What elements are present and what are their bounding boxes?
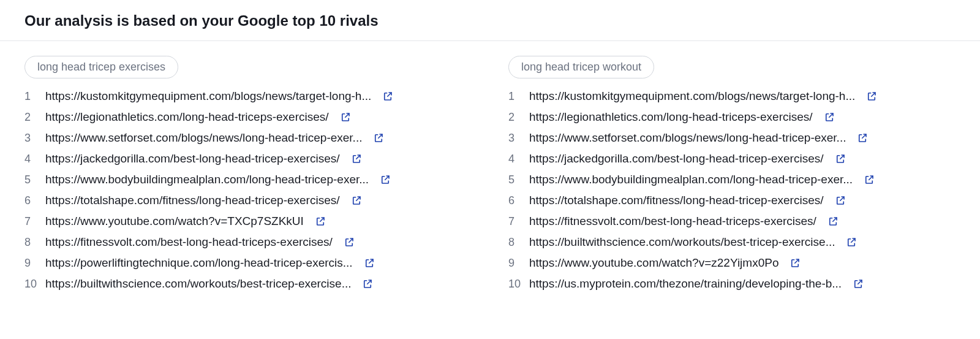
list-item: 3 https://www.setforset.com/blogs/news/l… xyxy=(24,131,472,145)
url-text[interactable]: https://www.bodybuildingmealplan.com/lon… xyxy=(45,173,369,186)
rank-number: 1 xyxy=(24,90,38,103)
external-link-icon[interactable] xyxy=(362,278,373,289)
list-item: 7 https://www.youtube.com/watch?v=TXCp7S… xyxy=(24,215,472,228)
url-text[interactable]: https://www.setforset.com/blogs/news/lon… xyxy=(45,131,362,145)
rank-number: 4 xyxy=(24,153,38,166)
url-text[interactable]: https://fitnessvolt.com/best-long-head-t… xyxy=(529,215,816,228)
external-link-icon[interactable] xyxy=(373,132,384,143)
list-item: 10 https://us.myprotein.com/thezone/trai… xyxy=(508,277,956,291)
url-text[interactable]: https://kustomkitgymequipment.com/blogs/… xyxy=(45,90,371,103)
list-item: 2 https://legionathletics.com/long-head-… xyxy=(24,110,472,124)
external-link-icon[interactable] xyxy=(351,195,362,206)
url-text[interactable]: https://www.bodybuildingmealplan.com/lon… xyxy=(529,173,853,186)
url-text[interactable]: https://jackedgorilla.com/best-long-head… xyxy=(45,152,340,166)
list-item: 9 https://www.youtube.com/watch?v=z22Yij… xyxy=(508,256,956,270)
rank-number: 5 xyxy=(24,173,38,186)
rank-number: 3 xyxy=(24,132,38,145)
rank-number: 9 xyxy=(24,257,38,270)
external-link-icon[interactable] xyxy=(824,112,835,123)
external-link-icon[interactable] xyxy=(835,195,846,206)
rank-number: 4 xyxy=(508,153,522,166)
url-text[interactable]: https://builtwithscience.com/workouts/be… xyxy=(45,277,351,291)
list-item: 2 https://legionathletics.com/long-head-… xyxy=(508,110,956,124)
url-text[interactable]: https://totalshape.com/fitness/long-head… xyxy=(45,194,340,207)
external-link-icon[interactable] xyxy=(340,112,351,123)
url-text[interactable]: https://legionathletics.com/long-head-tr… xyxy=(529,110,813,124)
url-text[interactable]: https://www.youtube.com/watch?v=TXCp7SZK… xyxy=(45,215,304,228)
external-link-icon[interactable] xyxy=(790,257,801,269)
keyword-chip[interactable]: long head tricep exercises xyxy=(24,56,178,78)
url-text[interactable]: https://www.setforset.com/blogs/news/lon… xyxy=(529,131,846,145)
rank-number: 5 xyxy=(508,173,522,186)
rank-number: 10 xyxy=(24,278,38,291)
url-text[interactable]: https://us.myprotein.com/thezone/trainin… xyxy=(529,277,842,291)
rank-number: 9 xyxy=(508,257,522,270)
url-text[interactable]: https://fitnessvolt.com/best-long-head-t… xyxy=(45,235,333,249)
rank-number: 7 xyxy=(24,215,38,228)
list-item: 10 https://builtwithscience.com/workouts… xyxy=(24,277,472,291)
list-item: 8 https://builtwithscience.com/workouts/… xyxy=(508,235,956,249)
url-text[interactable]: https://powerliftingtechnique.com/long-h… xyxy=(45,256,353,270)
rank-number: 7 xyxy=(508,215,522,228)
list-item: 3 https://www.setforset.com/blogs/news/l… xyxy=(508,131,956,145)
url-text[interactable]: https://kustomkitgymequipment.com/blogs/… xyxy=(529,90,855,103)
external-link-icon[interactable] xyxy=(853,278,864,289)
external-link-icon[interactable] xyxy=(835,153,846,164)
url-list: 1 https://kustomkitgymequipment.com/blog… xyxy=(24,90,472,291)
rank-number: 2 xyxy=(24,111,38,124)
external-link-icon[interactable] xyxy=(344,237,355,248)
rivals-columns: long head tricep exercises 1 https://kus… xyxy=(0,41,980,297)
url-list: 1 https://kustomkitgymequipment.com/blog… xyxy=(508,90,956,291)
keyword-chip[interactable]: long head tricep workout xyxy=(508,56,654,78)
list-item: 7 https://fitnessvolt.com/best-long-head… xyxy=(508,215,956,228)
rank-number: 1 xyxy=(508,90,522,103)
rank-number: 6 xyxy=(508,194,522,207)
external-link-icon[interactable] xyxy=(857,132,868,143)
url-text[interactable]: https://builtwithscience.com/workouts/be… xyxy=(529,235,835,249)
url-text[interactable]: https://www.youtube.com/watch?v=z22Yijmx… xyxy=(529,256,778,270)
list-item: 5 https://www.bodybuildingmealplan.com/l… xyxy=(24,173,472,186)
rank-number: 6 xyxy=(24,194,38,207)
rank-number: 3 xyxy=(508,132,522,145)
keyword-column: long head tricep workout 1 https://kusto… xyxy=(508,56,956,291)
list-item: 1 https://kustomkitgymequipment.com/blog… xyxy=(508,90,956,103)
external-link-icon[interactable] xyxy=(827,216,839,227)
rank-number: 8 xyxy=(24,236,38,249)
rank-number: 2 xyxy=(508,111,522,124)
rank-number: 10 xyxy=(508,278,522,291)
external-link-icon[interactable] xyxy=(866,91,877,102)
url-text[interactable]: https://legionathletics.com/long-head-tr… xyxy=(45,110,329,124)
url-text[interactable]: https://totalshape.com/fitness/long-head… xyxy=(529,194,824,207)
external-link-icon[interactable] xyxy=(364,257,375,269)
list-item: 5 https://www.bodybuildingmealplan.com/l… xyxy=(508,173,956,186)
rank-number: 8 xyxy=(508,236,522,249)
list-item: 1 https://kustomkitgymequipment.com/blog… xyxy=(24,90,472,103)
external-link-icon[interactable] xyxy=(846,237,857,248)
analysis-header: Our analysis is based on your Google top… xyxy=(0,0,980,41)
page-title: Our analysis is based on your Google top… xyxy=(24,12,956,29)
external-link-icon[interactable] xyxy=(380,174,391,185)
list-item: 9 https://powerliftingtechnique.com/long… xyxy=(24,256,472,270)
keyword-column: long head tricep exercises 1 https://kus… xyxy=(24,56,472,291)
url-text[interactable]: https://jackedgorilla.com/best-long-head… xyxy=(529,152,824,166)
external-link-icon[interactable] xyxy=(864,174,875,185)
list-item: 4 https://jackedgorilla.com/best-long-he… xyxy=(508,152,956,166)
external-link-icon[interactable] xyxy=(315,216,326,227)
external-link-icon[interactable] xyxy=(382,91,393,102)
list-item: 6 https://totalshape.com/fitness/long-he… xyxy=(24,194,472,207)
external-link-icon[interactable] xyxy=(351,153,362,164)
list-item: 8 https://fitnessvolt.com/best-long-head… xyxy=(24,235,472,249)
list-item: 4 https://jackedgorilla.com/best-long-he… xyxy=(24,152,472,166)
list-item: 6 https://totalshape.com/fitness/long-he… xyxy=(508,194,956,207)
